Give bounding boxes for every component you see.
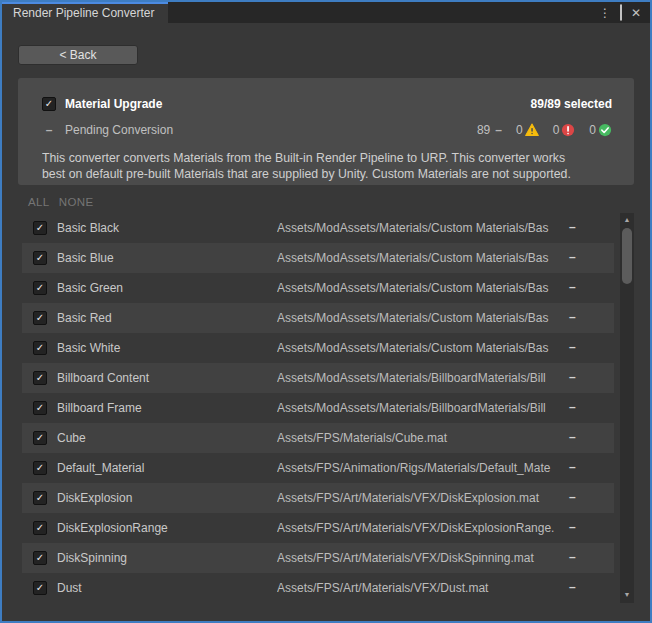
row-checkbox[interactable]: ✓ — [33, 221, 47, 235]
table-row[interactable]: ✓ Basic Blue Assets/ModAssets/Materials/… — [22, 243, 614, 273]
scroll-down-icon[interactable]: ▼ — [620, 588, 634, 601]
material-name: DiskExplosion — [57, 491, 132, 505]
table-row[interactable]: ✓ Basic Green Assets/ModAssets/Materials… — [22, 273, 614, 303]
error-count: 0 — [553, 123, 560, 137]
row-checkbox[interactable]: ✓ — [33, 401, 47, 415]
scroll-up-icon[interactable]: ▲ — [620, 213, 634, 226]
selected-count-label: 89/89 selected — [531, 97, 612, 111]
table-row[interactable]: ✓ Basic Black Assets/ModAssets/Materials… — [22, 213, 614, 243]
material-path: Assets/ModAssets/Materials/BillboardMate… — [277, 371, 563, 385]
material-path: Assets/FPS/Animation/Rigs/Materials/Defa… — [277, 461, 563, 475]
back-button[interactable]: < Back — [18, 45, 138, 65]
success-icon — [598, 123, 612, 137]
table-row[interactable]: ✓ Basic Red Assets/ModAssets/Materials/C… — [22, 303, 614, 333]
table-row[interactable]: ✓ Billboard Content Assets/ModAssets/Mat… — [22, 363, 614, 393]
row-status-dash-icon: – — [569, 220, 576, 234]
table-row[interactable]: ✓ Basic White Assets/ModAssets/Materials… — [22, 333, 614, 363]
material-name: Basic Red — [57, 311, 112, 325]
render-pipeline-converter-window: Render Pipeline Converter ⋮ ✕ < Back ✓ M… — [0, 0, 652, 623]
row-status-dash-icon: – — [569, 280, 576, 294]
tab-render-pipeline-converter[interactable]: Render Pipeline Converter — [2, 2, 168, 23]
status-counts: 89 – 0 0 0 — [477, 123, 612, 137]
converter-panel[interactable]: ✓ Material Upgrade 89/89 selected – Pend… — [18, 78, 634, 185]
converter-checkbox[interactable]: ✓ — [42, 97, 56, 111]
material-path: Assets/ModAssets/Materials/Custom Materi… — [277, 341, 563, 355]
material-name: Default_Material — [57, 461, 144, 475]
table-row[interactable]: ✓ Billboard Frame Assets/ModAssets/Mater… — [22, 393, 614, 423]
row-checkbox[interactable]: ✓ — [33, 551, 47, 565]
material-path: Assets/FPS/Art/Materials/VFX/DiskSpinnin… — [277, 551, 563, 565]
row-checkbox[interactable]: ✓ — [33, 521, 47, 535]
maximize-icon[interactable] — [620, 6, 622, 19]
table-row[interactable]: ✓ DiskExplosion Assets/FPS/Art/Materials… — [22, 483, 614, 513]
error-icon — [561, 123, 575, 137]
table-row[interactable]: ✓ Dust Assets/FPS/Art/Materials/VFX/Dust… — [22, 573, 614, 603]
description-line-1: This converter converts Materials from t… — [42, 150, 612, 166]
title-bar: Render Pipeline Converter ⋮ ✕ — [2, 2, 650, 23]
row-status-dash-icon: – — [569, 460, 576, 474]
table-row[interactable]: ✓ Cube Assets/FPS/Materials/Cube.mat – — [22, 423, 614, 453]
row-status-dash-icon: – — [569, 580, 576, 594]
row-status-dash-icon: – — [569, 520, 576, 534]
row-status-dash-icon: – — [569, 340, 576, 354]
row-status-dash-icon: – — [569, 430, 576, 444]
material-path: Assets/FPS/Materials/Cube.mat — [277, 431, 563, 445]
material-name: Basic Green — [57, 281, 123, 295]
row-checkbox[interactable]: ✓ — [33, 281, 47, 295]
material-path: Assets/FPS/Art/Materials/VFX/DiskExplosi… — [277, 491, 563, 505]
vertical-scrollbar[interactable]: ▲ ▼ — [620, 213, 634, 603]
table-row[interactable]: ✓ DiskExplosionRange Assets/FPS/Art/Mate… — [22, 513, 614, 543]
material-path: Assets/ModAssets/Materials/Custom Materi… — [277, 221, 563, 235]
table-row[interactable]: ✓ Default_Material Assets/FPS/Animation/… — [22, 453, 614, 483]
row-checkbox[interactable]: ✓ — [33, 491, 47, 505]
converter-header: ✓ Material Upgrade 89/89 selected — [42, 96, 612, 112]
converter-description: This converter converts Materials from t… — [42, 150, 612, 182]
material-name: Basic White — [57, 341, 120, 355]
row-checkbox[interactable]: ✓ — [33, 371, 47, 385]
materials-list: ✓ Basic Black Assets/ModAssets/Materials… — [22, 213, 614, 603]
close-icon[interactable]: ✕ — [631, 7, 641, 19]
pending-count-dash-icon: – — [495, 123, 502, 137]
warning-icon — [525, 123, 539, 137]
row-checkbox[interactable]: ✓ — [33, 341, 47, 355]
material-name: DiskExplosionRange — [57, 521, 168, 535]
row-status-dash-icon: – — [569, 250, 576, 264]
pending-conversion-row: – Pending Conversion 89 – 0 0 0 — [42, 123, 612, 137]
table-row[interactable]: ✓ DiskSpinning Assets/FPS/Art/Materials/… — [22, 543, 614, 573]
material-name: Billboard Content — [57, 371, 149, 385]
warning-count: 0 — [516, 123, 523, 137]
converter-name: Material Upgrade — [65, 97, 162, 111]
select-none-button[interactable]: NONE — [59, 196, 94, 208]
scrollbar-thumb[interactable] — [622, 228, 632, 284]
material-name: Basic Black — [57, 221, 119, 235]
row-checkbox[interactable]: ✓ — [33, 581, 47, 595]
material-name: Billboard Frame — [57, 401, 142, 415]
row-status-dash-icon: – — [569, 370, 576, 384]
material-path: Assets/ModAssets/Materials/BillboardMate… — [277, 401, 563, 415]
material-name: Cube — [57, 431, 86, 445]
selection-filter-links: ALL NONE — [28, 196, 94, 208]
row-checkbox[interactable]: ✓ — [33, 311, 47, 325]
select-all-button[interactable]: ALL — [28, 196, 50, 208]
row-status-dash-icon: – — [569, 550, 576, 564]
success-count: 0 — [589, 123, 596, 137]
material-path: Assets/FPS/Art/Materials/VFX/Dust.mat — [277, 581, 563, 595]
row-checkbox[interactable]: ✓ — [33, 431, 47, 445]
description-line-2: best on default pre-built Materials that… — [42, 166, 612, 182]
row-checkbox[interactable]: ✓ — [33, 461, 47, 475]
row-checkbox[interactable]: ✓ — [33, 251, 47, 265]
material-path: Assets/ModAssets/Materials/Custom Materi… — [277, 281, 563, 295]
row-status-dash-icon: – — [569, 310, 576, 324]
window-controls: ⋮ ✕ — [599, 2, 650, 23]
pending-count: 89 — [477, 123, 490, 137]
maximize-glyph — [620, 4, 622, 21]
pending-dash-icon: – — [42, 123, 56, 137]
material-name: Dust — [57, 581, 82, 595]
menu-kebab-icon[interactable]: ⋮ — [599, 7, 611, 19]
material-path: Assets/ModAssets/Materials/Custom Materi… — [277, 251, 563, 265]
pending-conversion-label: Pending Conversion — [65, 123, 173, 137]
row-status-dash-icon: – — [569, 400, 576, 414]
material-name: DiskSpinning — [57, 551, 127, 565]
material-path: Assets/FPS/Art/Materials/VFX/DiskExplosi… — [277, 521, 563, 535]
material-path: Assets/ModAssets/Materials/Custom Materi… — [277, 311, 563, 325]
